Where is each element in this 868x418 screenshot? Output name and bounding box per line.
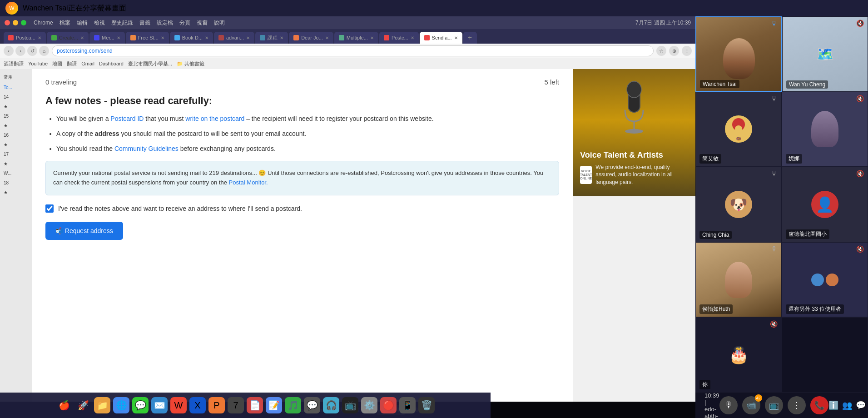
- address-input[interactable]: postcrossing.com/send: [52, 45, 654, 56]
- write-on-postcard-link[interactable]: write on the postcard: [185, 115, 244, 122]
- postal-monitor-link[interactable]: Postal Monitor.: [229, 179, 268, 186]
- video-row-3: 🐶 Ching Chia 🎙 👤 盧德龍北圍國小 🔇: [695, 167, 868, 242]
- agree-checkbox[interactable]: [45, 204, 54, 213]
- tab-new[interactable]: +: [463, 32, 477, 44]
- dock-podcast[interactable]: 🎧: [323, 397, 339, 413]
- end-call-button[interactable]: 📞: [810, 396, 828, 414]
- ching-name: Ching Chia: [699, 231, 732, 239]
- dock-settings[interactable]: ⚙️: [361, 397, 377, 413]
- community-guidelines-link[interactable]: Community Guidelines: [114, 145, 179, 152]
- mac-menu-history[interactable]: 歷史記錄: [111, 19, 133, 27]
- note-item-1: You will be given a Postcard ID that you…: [56, 114, 559, 124]
- video-cell-empty: [782, 317, 868, 393]
- mac-minimize-dot[interactable]: [13, 20, 18, 25]
- dock-launchpad[interactable]: 🚀: [75, 397, 91, 413]
- tab-postca[interactable]: Postca... ✕: [4, 32, 46, 44]
- screen-share-button[interactable]: 📺: [765, 396, 783, 414]
- mac-menu-window[interactable]: 視窗: [197, 19, 208, 27]
- dock-line[interactable]: 💬: [304, 397, 320, 413]
- dock-chrome[interactable]: 🌐: [113, 397, 129, 413]
- dock-powerpoint[interactable]: P: [208, 397, 225, 413]
- mac-menu-file[interactable]: 檔案: [60, 19, 70, 27]
- dock-7[interactable]: 7: [228, 397, 244, 413]
- ad-desc: We provide end-to-end, quality assured, …: [595, 164, 688, 186]
- tab-course[interactable]: 課程 ✕: [255, 32, 288, 44]
- info-box: Currently your national postal service i…: [45, 161, 559, 195]
- back-button[interactable]: ‹: [4, 46, 14, 56]
- bookmark-gmail[interactable]: Gmail: [81, 61, 94, 66]
- dock-finder[interactable]: 🍎: [56, 397, 72, 413]
- bookmark-more[interactable]: 📁 其他書籤: [177, 60, 204, 67]
- left-sidebar: 常用 To... 14 ★ 15 ★ 16 ★ 17 ★ W... 18 ★: [0, 69, 32, 402]
- tab-book[interactable]: Book D... ✕: [170, 32, 213, 44]
- ruth-name: 侯怡如Ruth: [699, 304, 733, 314]
- bookmark-translate[interactable]: 酒語翻譯: [4, 60, 24, 67]
- mac-menu-view[interactable]: 檢視: [94, 19, 105, 27]
- tab-create[interactable]: Create... ✕: [47, 32, 89, 44]
- bookmark-school[interactable]: 臺北市國民小學基...: [128, 60, 172, 67]
- lu-name: 盧德龍北圍國小: [786, 229, 829, 239]
- lu-avatar: 👤: [811, 191, 838, 218]
- dock: 🍎 🚀 📁 🌐 💬 ✉️ W X P 7 📄 📝 🎵 💬 🎧 📺 ⚙️ 🔴 📱 …: [0, 393, 491, 418]
- dock-spotify[interactable]: 🎵: [285, 397, 301, 413]
- tab-dearjo[interactable]: Dear Jo... ✕: [289, 32, 333, 44]
- bookmark-btn[interactable]: ☆: [656, 46, 666, 56]
- mac-close-dot[interactable]: [5, 20, 10, 25]
- dock-mail[interactable]: ✉️: [151, 397, 168, 413]
- postcard-id-link[interactable]: Postcard ID: [110, 115, 144, 122]
- tab-senda[interactable]: Send a... ✕: [420, 32, 462, 44]
- home-button[interactable]: ⌂: [39, 46, 49, 56]
- mac-menu-edit[interactable]: 編輯: [77, 19, 88, 27]
- mac-fullscreen-dot[interactable]: [21, 20, 26, 25]
- info-icon[interactable]: ℹ️: [828, 400, 838, 410]
- tab-postc2[interactable]: Postc... ✕: [379, 32, 419, 44]
- jian-mic-icon: 🎙: [771, 95, 778, 102]
- dock-appletv[interactable]: 📺: [342, 397, 358, 413]
- tab-mer[interactable]: Mer... ✕: [89, 32, 125, 44]
- tab-advan[interactable]: advan... ✕: [214, 32, 254, 44]
- mac-menu-help[interactable]: 說明: [214, 19, 225, 27]
- bookmark-translate2[interactable]: 翻譯: [67, 60, 77, 67]
- sidebar-item-11: W...: [2, 169, 30, 177]
- camera-button[interactable]: 📹 42: [742, 396, 760, 414]
- tab-free[interactable]: Free St... ✕: [126, 32, 169, 44]
- more-options-button[interactable]: ⋮: [788, 396, 806, 414]
- dock-finder2[interactable]: 📁: [94, 397, 110, 413]
- participants-icon[interactable]: 👥: [842, 400, 852, 410]
- bookmark-youtube[interactable]: YouTube: [28, 61, 48, 66]
- forward-button[interactable]: ›: [15, 46, 25, 56]
- checkbox-label[interactable]: I've read the notes above and want to re…: [58, 205, 302, 212]
- jian-name: 簡艾敏: [699, 154, 721, 164]
- mac-menu-tabs[interactable]: 分頁: [179, 19, 190, 27]
- you-name: 你: [699, 380, 710, 389]
- dock-notes[interactable]: 📝: [266, 397, 282, 413]
- sidebar-item-4: ★: [2, 103, 30, 110]
- sidebar-item-7: 16: [2, 131, 30, 139]
- traveling-count: 0 traveling: [45, 78, 77, 86]
- mute-button[interactable]: 🎙: [719, 396, 738, 414]
- dock-android[interactable]: 📱: [399, 397, 416, 413]
- extensions-btn[interactable]: ⊕: [669, 46, 679, 56]
- dock-acrobat[interactable]: 🔴: [380, 397, 397, 413]
- bookmark-dashboard[interactable]: Dashboard: [99, 61, 124, 66]
- left-count: 5 left: [544, 78, 559, 86]
- bookmark-maps[interactable]: 地圖: [52, 60, 62, 67]
- mac-menu-settings[interactable]: 設定檔: [157, 19, 173, 27]
- dock-word[interactable]: W: [170, 397, 187, 413]
- mac-menu-chrome[interactable]: Chrome: [34, 20, 53, 26]
- tab-multiple[interactable]: Multiple... ✕: [334, 32, 378, 44]
- reload-button[interactable]: ↺: [27, 46, 37, 56]
- chat-icon[interactable]: 💬: [856, 400, 866, 410]
- video-row-4: 侯怡如Ruth 🎙 還有另外 33 位使用者 🔇: [695, 242, 868, 318]
- you-mic-icon: 🔇: [770, 320, 778, 328]
- sidebar-item-13: ★: [2, 189, 30, 196]
- browser-content: 常用 To... 14 ★ 15 ★ 16 ★ 17 ★ W... 18 ★ 0…: [0, 69, 695, 402]
- dock-messages[interactable]: 💬: [132, 397, 149, 413]
- dock-trash[interactable]: 🗑️: [418, 397, 435, 413]
- dock-pdf[interactable]: 📄: [247, 397, 263, 413]
- request-address-button[interactable]: 📬 Request address: [45, 222, 123, 240]
- mac-menu-bookmarks[interactable]: 書籤: [139, 19, 150, 27]
- sidebar-item-2: To...: [2, 84, 30, 91]
- more-btn[interactable]: ⋮: [682, 46, 692, 56]
- dock-excel[interactable]: X: [189, 397, 206, 413]
